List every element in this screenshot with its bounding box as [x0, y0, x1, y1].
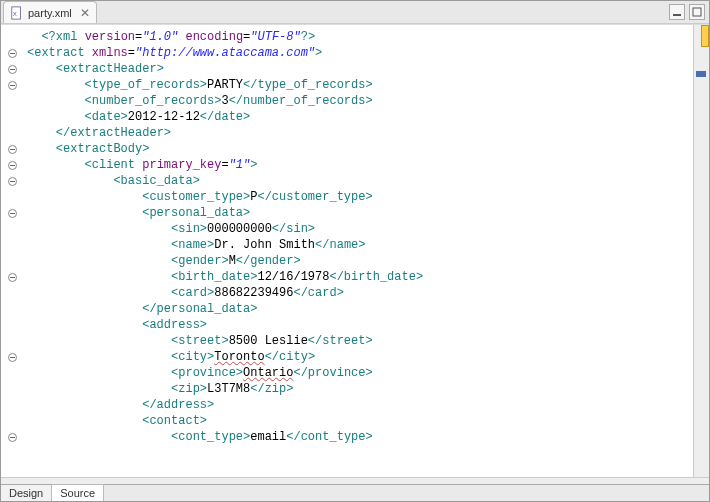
editor-window: X party.xml ✕ <?xml version="1.0" encodi…: [0, 0, 710, 502]
fold-toggle[interactable]: [1, 381, 23, 397]
fold-toggle[interactable]: [1, 125, 23, 141]
fold-toggle[interactable]: [1, 189, 23, 205]
xml-file-icon: X: [10, 6, 24, 20]
tab-design[interactable]: Design: [1, 485, 52, 501]
svg-rect-3: [693, 8, 701, 16]
fold-toggle[interactable]: [1, 285, 23, 301]
bottom-tab-bar: Design Source: [1, 484, 709, 501]
fold-toggle[interactable]: [1, 365, 23, 381]
svg-text:X: X: [13, 9, 17, 16]
fold-toggle[interactable]: [1, 253, 23, 269]
close-icon[interactable]: ✕: [80, 6, 90, 20]
maximize-view-button[interactable]: [689, 4, 705, 20]
tab-bar: X party.xml ✕: [1, 1, 709, 24]
fold-toggle[interactable]: [1, 141, 23, 157]
fold-toggle[interactable]: [1, 429, 23, 445]
change-marker: [701, 25, 709, 47]
svg-rect-2: [673, 14, 681, 16]
fold-toggle[interactable]: [1, 301, 23, 317]
fold-toggle[interactable]: [1, 445, 23, 461]
fold-toggle[interactable]: [1, 157, 23, 173]
fold-toggle[interactable]: [1, 29, 23, 45]
overview-cursor: [696, 71, 706, 77]
fold-toggle[interactable]: [1, 109, 23, 125]
fold-toggle[interactable]: [1, 237, 23, 253]
fold-toggle[interactable]: [1, 221, 23, 237]
fold-toggle[interactable]: [1, 349, 23, 365]
fold-toggle[interactable]: [1, 413, 23, 429]
fold-toggle[interactable]: [1, 205, 23, 221]
fold-toggle[interactable]: [1, 461, 23, 477]
horizontal-scrollbar[interactable]: [1, 477, 709, 484]
fold-toggle[interactable]: [1, 397, 23, 413]
fold-toggle[interactable]: [1, 317, 23, 333]
minimize-view-button[interactable]: [669, 4, 685, 20]
tab-source[interactable]: Source: [52, 484, 104, 501]
fold-gutter: [1, 25, 23, 477]
file-tab[interactable]: X party.xml ✕: [3, 1, 97, 23]
fold-toggle[interactable]: [1, 269, 23, 285]
file-tab-label: party.xml: [28, 7, 72, 19]
fold-toggle[interactable]: [1, 93, 23, 109]
code-view[interactable]: <?xml version="1.0" encoding="UTF-8"?><e…: [23, 25, 693, 477]
editor-area: <?xml version="1.0" encoding="UTF-8"?><e…: [1, 24, 709, 477]
editor-toolbar: [669, 4, 705, 20]
fold-toggle[interactable]: [1, 77, 23, 93]
fold-toggle[interactable]: [1, 173, 23, 189]
fold-toggle[interactable]: [1, 333, 23, 349]
fold-toggle[interactable]: [1, 61, 23, 77]
vertical-scrollbar[interactable]: [693, 25, 709, 477]
fold-toggle[interactable]: [1, 45, 23, 61]
